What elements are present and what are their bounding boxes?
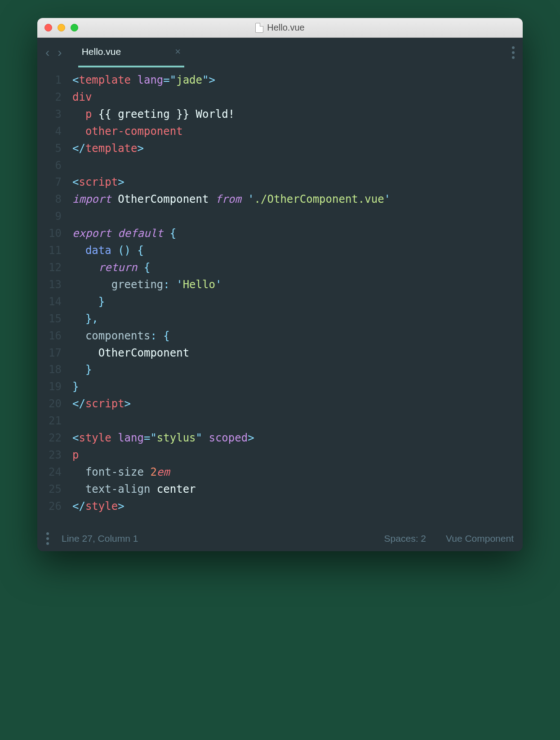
code-line[interactable]: import OtherComponent from './OtherCompo…: [72, 191, 514, 208]
line-number: 21: [37, 413, 62, 430]
window-title: Hello.vue: [37, 22, 523, 33]
line-number-gutter: 1234567891011121314151617181920212223242…: [37, 72, 72, 515]
zoom-window-button[interactable]: [71, 24, 78, 31]
line-number: 26: [37, 498, 62, 515]
code-line[interactable]: components: {: [72, 328, 514, 345]
code-line[interactable]: text-align center: [72, 481, 514, 498]
line-number: 1: [37, 72, 62, 89]
window-title-text: Hello.vue: [267, 22, 304, 33]
code-line[interactable]: </style>: [72, 498, 514, 515]
code-line[interactable]: }: [72, 379, 514, 396]
minimize-window-button[interactable]: [58, 24, 65, 31]
close-window-button[interactable]: [44, 24, 52, 31]
status-bar: Line 27, Column 1 Spaces: 2 Vue Componen…: [37, 526, 523, 551]
code-line[interactable]: OtherComponent: [72, 345, 514, 362]
file-icon: [255, 23, 263, 33]
code-line[interactable]: }: [72, 361, 514, 379]
code-line[interactable]: </template>: [72, 140, 514, 157]
code-line[interactable]: </script>: [72, 396, 514, 413]
line-number: 22: [37, 430, 62, 447]
line-number: 17: [37, 345, 62, 362]
line-number: 14: [37, 294, 62, 311]
line-number: 5: [37, 140, 62, 157]
line-number: 18: [37, 361, 62, 379]
code-line[interactable]: <script>: [72, 174, 514, 191]
tab-bar: ‹ › Hello.vue ×: [37, 38, 523, 67]
tab-active[interactable]: Hello.vue ×: [78, 38, 184, 67]
editor-window: Hello.vue ‹ › Hello.vue × 12345678910111…: [37, 18, 523, 551]
code-line[interactable]: [72, 413, 514, 430]
code-line[interactable]: div: [72, 89, 514, 106]
code-line[interactable]: }: [72, 294, 514, 311]
line-number: 11: [37, 242, 62, 259]
cursor-position[interactable]: Line 27, Column 1: [62, 533, 138, 544]
more-menu-icon[interactable]: [512, 46, 515, 59]
tab-label: Hello.vue: [82, 46, 121, 57]
line-number: 15: [37, 311, 62, 328]
code-line[interactable]: p: [72, 447, 514, 464]
line-number: 2: [37, 89, 62, 106]
code-line[interactable]: <template lang="jade">: [72, 72, 514, 89]
line-number: 23: [37, 447, 62, 464]
code-line[interactable]: },: [72, 311, 514, 328]
line-number: 24: [37, 464, 62, 481]
titlebar: Hello.vue: [37, 18, 523, 38]
code-line[interactable]: export default {: [72, 225, 514, 242]
code-line[interactable]: p {{ greeting }} World!: [72, 106, 514, 123]
line-number: 25: [37, 481, 62, 498]
nav-arrows: ‹ ›: [45, 45, 62, 60]
code-line[interactable]: [72, 208, 514, 225]
code-line[interactable]: <style lang="stylus" scoped>: [72, 430, 514, 447]
line-number: 13: [37, 276, 62, 294]
nav-back-icon[interactable]: ‹: [45, 45, 49, 60]
line-number: 4: [37, 123, 62, 140]
syntax-mode[interactable]: Vue Component: [446, 533, 514, 544]
line-number: 8: [37, 191, 62, 208]
editor-area[interactable]: 1234567891011121314151617181920212223242…: [37, 67, 523, 526]
code-line[interactable]: data () {: [72, 242, 514, 259]
status-menu-icon[interactable]: [46, 532, 49, 545]
traffic-lights: [44, 24, 78, 31]
line-number: 20: [37, 396, 62, 413]
line-number: 3: [37, 106, 62, 123]
tab-close-icon[interactable]: ×: [175, 46, 181, 58]
nav-forward-icon[interactable]: ›: [58, 45, 62, 60]
indentation-setting[interactable]: Spaces: 2: [384, 533, 426, 544]
code-line[interactable]: return {: [72, 259, 514, 276]
line-number: 12: [37, 259, 62, 276]
line-number: 9: [37, 208, 62, 225]
code-line[interactable]: greeting: 'Hello': [72, 276, 514, 294]
code-line[interactable]: font-size 2em: [72, 464, 514, 481]
line-number: 7: [37, 174, 62, 191]
code-content[interactable]: <template lang="jade">div p {{ greeting …: [72, 72, 523, 515]
line-number: 6: [37, 157, 62, 174]
line-number: 16: [37, 328, 62, 345]
code-line[interactable]: [72, 157, 514, 174]
code-line[interactable]: other-component: [72, 123, 514, 140]
line-number: 19: [37, 379, 62, 396]
line-number: 10: [37, 225, 62, 242]
